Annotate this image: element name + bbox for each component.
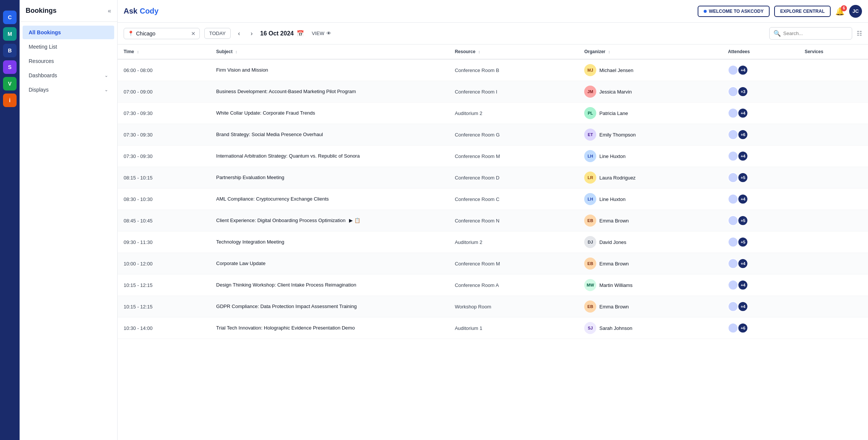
- sidebar-item-all-bookings[interactable]: All Bookings: [23, 26, 114, 39]
- view-label: VIEW: [312, 31, 324, 36]
- cell-attendees: +5: [722, 231, 799, 253]
- cell-organizer: EB Emma Brown: [578, 253, 722, 274]
- attendee-count: +6: [738, 129, 748, 140]
- top-bar-right: WELCOME TO ASKCODY EXPLORE CENTRAL 🔔 6 J…: [698, 5, 862, 18]
- col-resource: Resource ↕: [449, 44, 579, 59]
- sidebar-item-dashboards[interactable]: Dashboards ⌄: [23, 69, 114, 82]
- nav-icon-s[interactable]: S: [3, 60, 17, 74]
- cell-subject: International Arbitration Strategy: Quan…: [210, 146, 449, 167]
- attendee-count: +4: [738, 194, 748, 204]
- cell-services: [799, 317, 868, 339]
- attendee-avatar: [728, 280, 738, 290]
- cell-time: 10:00 - 12:00: [118, 253, 210, 274]
- attendee-count: +6: [738, 323, 748, 333]
- sidebar-header: Bookings «: [20, 0, 117, 22]
- calendar-icon[interactable]: 📅: [297, 30, 304, 37]
- organizer-avatar: LH: [584, 150, 596, 162]
- cell-services: [799, 146, 868, 167]
- sidebar-item-label: Resources: [29, 58, 54, 64]
- cell-organizer: LR Laura Rodriguez: [578, 167, 722, 189]
- attendee-count: +4: [738, 301, 748, 312]
- sidebar-item-meeting-list[interactable]: Meeting List: [23, 40, 114, 54]
- attendee-count: +4: [738, 65, 748, 75]
- search-input[interactable]: [783, 31, 848, 36]
- sort-icon[interactable]: ↕: [235, 49, 237, 54]
- nav-icon-c[interactable]: C: [3, 11, 17, 24]
- table-row[interactable]: 10:30 - 14:00 Trial Tech Innovation: Hol…: [118, 317, 868, 339]
- today-button[interactable]: TODAY: [204, 28, 231, 39]
- table-row[interactable]: 07:30 - 09:30 International Arbitration …: [118, 146, 868, 167]
- cell-attendees: +6: [722, 317, 799, 339]
- cell-resource: Conference Room A: [449, 274, 579, 296]
- attendee-count: +5: [738, 215, 748, 226]
- cell-services: [799, 189, 868, 210]
- welcome-label: WELCOME TO ASKCODY: [709, 9, 764, 14]
- cell-organizer: MJ Michael Jensen: [578, 59, 722, 81]
- organizer-avatar: DJ: [584, 236, 596, 248]
- attendee-avatar: [728, 172, 738, 183]
- table-row[interactable]: 10:15 - 12:15 GDPR Compliance: Data Prot…: [118, 296, 868, 317]
- sort-icon[interactable]: ↕: [137, 49, 139, 54]
- cell-organizer: LH Line Huxton: [578, 146, 722, 167]
- col-organizer: Organizer ↕: [578, 44, 722, 59]
- organizer-name: Emma Brown: [599, 304, 629, 310]
- organizer-name: Laura Rodriguez: [599, 175, 635, 181]
- table-row[interactable]: 08:45 - 10:45 Client Experience: Digital…: [118, 210, 868, 231]
- cell-attendees: +3: [722, 81, 799, 103]
- cell-services: [799, 274, 868, 296]
- nav-icon-b[interactable]: B: [3, 44, 17, 57]
- nav-icon-m[interactable]: M: [3, 27, 17, 41]
- bookings-table: Time ↕ Subject ↕ Resource ↕ Organizer ↕: [118, 44, 868, 339]
- cell-resource: Auditorium 2: [449, 231, 579, 253]
- sidebar-item-displays[interactable]: Displays ⌄: [23, 83, 114, 97]
- notification-button[interactable]: 🔔 6: [835, 7, 845, 16]
- nav-icon-i[interactable]: i: [3, 94, 17, 107]
- user-avatar[interactable]: JC: [849, 5, 862, 18]
- previous-date-button[interactable]: ‹: [235, 29, 243, 38]
- organizer-name: Martin Williams: [599, 282, 632, 288]
- cell-services: [799, 167, 868, 189]
- sidebar-collapse-button[interactable]: «: [108, 8, 111, 14]
- cell-resource: Conference Room G: [449, 124, 579, 146]
- cell-organizer: LH Line Huxton: [578, 189, 722, 210]
- organizer-avatar: LR: [584, 172, 596, 184]
- content-header: 📍 ✕ TODAY ‹ › 16 Oct 2024 📅 VIEW 👁 🔍 ☷: [118, 23, 868, 44]
- cell-organizer: EB Emma Brown: [578, 296, 722, 317]
- cell-resource: Conference Room C: [449, 189, 579, 210]
- explore-button[interactable]: EXPLORE CENTRAL: [774, 6, 831, 17]
- next-date-button[interactable]: ›: [248, 29, 256, 38]
- sidebar-item-resources[interactable]: Resources: [23, 54, 114, 68]
- logo-ask: Ask: [124, 7, 138, 15]
- filter-button[interactable]: ☷: [857, 30, 862, 37]
- table-row[interactable]: 07:00 - 09:00 Business Development: Acco…: [118, 81, 868, 103]
- col-attendees: Attendees: [722, 44, 799, 59]
- table-row[interactable]: 07:30 - 09:30 Brand Strategy: Social Med…: [118, 124, 868, 146]
- table-row[interactable]: 10:15 - 12:15 Design Thinking Workshop: …: [118, 274, 868, 296]
- location-input[interactable]: [136, 31, 189, 37]
- welcome-button[interactable]: WELCOME TO ASKCODY: [698, 6, 770, 17]
- cell-attendees: +4: [722, 59, 799, 81]
- table-row[interactable]: 07:30 - 09:30 White Collar Update: Corpo…: [118, 103, 868, 124]
- view-button[interactable]: VIEW 👁: [312, 31, 331, 36]
- table-row[interactable]: 08:30 - 10:30 AML Compliance: Cryptocurr…: [118, 189, 868, 210]
- cell-subject: AML Compliance: Cryptocurrency Exchange …: [210, 189, 449, 210]
- cell-subject: White Collar Update: Corporate Fraud Tre…: [210, 103, 449, 124]
- sidebar-item-label: Displays: [29, 87, 49, 93]
- nav-icon-v[interactable]: V: [3, 77, 17, 90]
- organizer-avatar: PL: [584, 107, 596, 119]
- table-row[interactable]: 06:00 - 08:00 Firm Vision and Mission Co…: [118, 59, 868, 81]
- cell-organizer: EB Emma Brown: [578, 210, 722, 231]
- organizer-avatar: EB: [584, 215, 596, 227]
- cell-services: [799, 210, 868, 231]
- attendee-avatar: [728, 215, 738, 226]
- table-row[interactable]: 10:00 - 12:00 Corporate Law Update Confe…: [118, 253, 868, 274]
- cell-organizer: JM Jessica Marvin: [578, 81, 722, 103]
- cell-resource: Auditorium 2: [449, 103, 579, 124]
- table-row[interactable]: 09:30 - 11:30 Technology Integration Mee…: [118, 231, 868, 253]
- table-row[interactable]: 08:15 - 10:15 Partnership Evaluation Mee…: [118, 167, 868, 189]
- sort-icon[interactable]: ↕: [608, 49, 611, 54]
- attendee-avatar: [728, 323, 738, 333]
- location-clear-button[interactable]: ✕: [191, 31, 196, 37]
- cell-time: 08:15 - 10:15: [118, 167, 210, 189]
- sort-icon[interactable]: ↕: [478, 49, 481, 54]
